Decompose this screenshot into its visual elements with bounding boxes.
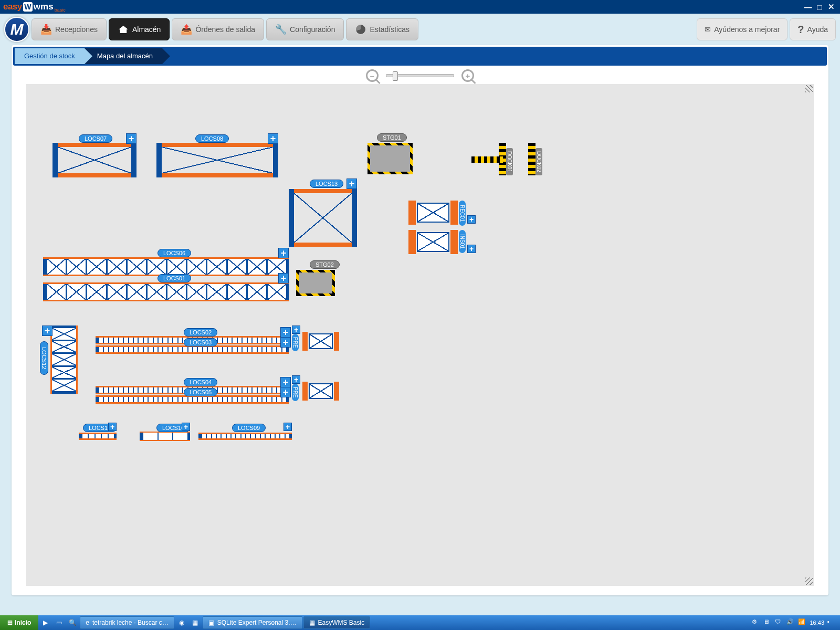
wrench-icon [275,24,287,35]
tab-ordenes-salida[interactable]: Órdenes de salida [172,18,264,40]
expand-button-locs13[interactable]: + [346,178,357,189]
tab-stats-label: Estadísticas [370,25,409,34]
expand-button-locs11[interactable]: + [108,423,117,431]
zone-label-locs08: LOCS08 [195,134,229,143]
window-minimize-button[interactable]: — [802,2,814,12]
tray-icon[interactable]: 🔊 [786,618,795,627]
zone-pre1-box[interactable] [302,332,340,351]
window-close-button[interactable]: ✕ [825,2,837,12]
zoom-slider-thumb[interactable] [393,71,398,81]
zone-label-locs01: LOCS01 [158,274,191,282]
zoom-in-button[interactable]: + [461,69,474,82]
improve-button[interactable]: ✉Ayúdenos a mejorar [697,18,788,40]
tab-almacen-label: Almacén [132,25,161,34]
start-button[interactable]: ⊞Inicio [0,615,38,630]
staging-stg01[interactable] [368,143,413,174]
zone-label-stg02: STG02 [310,260,340,269]
expand-button-locs05[interactable]: + [280,387,291,397]
expand-button-locs03[interactable]: + [280,337,291,348]
taskbar-folder-icon[interactable]: ▦ [189,616,202,629]
zone-label-pre1: PRE [292,334,299,351]
envelope-icon: ✉ [705,25,711,34]
breadcrumb-stock[interactable]: Gestión de stock [15,48,85,64]
expand-button-locs01[interactable]: + [278,273,289,284]
dock-area[interactable]: DOCK01 DOCK02 [471,143,540,180]
staging-stg02[interactable] [296,270,335,296]
taskbar-item-easywms[interactable]: ▦EasyWMS Basic [303,616,371,629]
tab-configuracion[interactable]: Configuración [266,18,344,40]
expand-button-pre2[interactable]: + [292,375,300,384]
zoom-slider[interactable] [386,74,454,77]
expand-button-locs04[interactable]: + [280,377,291,387]
tray-icon[interactable]: ▪ [827,618,836,627]
plus-icon: + [466,72,470,80]
zone-label-locs09: LOCS09 [232,424,266,432]
tab-estadisticas[interactable]: Estadísticas [346,18,418,40]
tab-recepciones[interactable]: Recepciones [32,18,107,40]
expand-button-locs08[interactable]: + [268,133,278,144]
tab-almacen[interactable]: Almacén [109,18,170,40]
question-icon: ? [797,24,804,36]
app-logo-icon: M [4,17,29,42]
rack-locs11[interactable] [79,433,117,440]
quick-launch-search-icon[interactable]: 🔍 [66,616,79,629]
tray-network-icon[interactable]: 📶 [798,618,806,627]
logo-w-icon: W [23,2,33,12]
help-label: Ayuda [807,25,828,34]
zone-rec01[interactable] [408,201,466,225]
zoom-out-button[interactable]: – [366,69,379,82]
dock-label-01: DOCK01 [506,148,513,175]
taskbar-chrome-icon[interactable]: ◉ [175,616,188,629]
tray-clock: 16:43 [810,620,824,626]
tray-icon[interactable]: 🛡 [775,618,783,627]
content-panel: Gestión de stock Mapa del almacén – + LO… [12,45,828,595]
rack-locs12[interactable] [50,326,78,394]
expand-button-locs02[interactable]: + [280,327,291,338]
rack-locs05[interactable] [96,395,289,404]
rack-locs07[interactable] [52,143,136,177]
rack-locs10[interactable] [140,432,190,441]
quick-launch-media-icon[interactable]: ▶ [39,616,51,629]
zone-label-ins01: INS01 [459,230,466,253]
zone-ins01[interactable] [408,230,466,254]
zone-label-locs04: LOCS04 [184,378,217,386]
tab-recepciones-label: Recepciones [55,25,98,34]
expand-button-locs09[interactable]: + [284,423,292,431]
breadcrumb-mapa[interactable]: Mapa del almacén [85,48,162,64]
expand-button-pre1[interactable]: + [292,326,300,334]
taskbar-item-browser[interactable]: etetrabrik leche - Buscar c… [80,616,174,629]
zone-pre2-box[interactable] [302,382,340,401]
zone-label-locs07: LOCS07 [79,134,112,143]
taskbar-item-sqlite[interactable]: ▣SQLite Expert Personal 3.… [203,616,302,629]
rack-locs01[interactable] [43,282,289,301]
expand-button-locs12[interactable]: + [42,326,52,336]
zone-label-locs05: LOCS05 [184,388,217,396]
tray-icon[interactable]: ⚙ [752,618,760,627]
pie-chart-icon [355,24,366,35]
rack-locs13[interactable] [289,189,357,247]
help-button[interactable]: ?Ayuda [790,18,836,40]
main-toolbar: M Recepciones Almacén Órdenes de salida … [0,14,840,45]
expand-button-ins01[interactable]: + [467,245,476,253]
zone-label-pre2: PRE [292,384,299,401]
improve-label: Ayúdenos a mejorar [714,25,780,34]
warehouse-map-canvas[interactable]: LOCS07 + LOCS08 + STG01 DOCK01 DOCK02 LO… [26,84,814,586]
resize-handle-icon[interactable] [805,578,813,585]
expand-button-locs07[interactable]: + [126,133,136,144]
system-tray[interactable]: ⚙ 🖥 🛡 🔊 📶 16:43 ▪ [748,618,840,627]
rack-locs08[interactable] [156,143,278,177]
zone-label-locs12: LOCS12 [40,341,48,375]
expand-button-rec01[interactable]: + [467,215,476,224]
window-maximize-button[interactable]: □ [814,2,825,12]
rack-locs06[interactable] [43,257,289,276]
tab-config-label: Configuración [290,25,335,34]
logo-sub: basic [55,7,66,14]
quick-launch-desktop-icon[interactable]: ▭ [52,616,65,629]
expand-button-locs10[interactable]: + [182,423,190,431]
rack-locs09[interactable] [198,433,292,440]
rack-locs03[interactable] [96,345,289,354]
expand-button-locs06[interactable]: + [278,248,289,258]
resize-handle-icon[interactable] [805,85,813,92]
tray-icon[interactable]: 🖥 [763,618,772,627]
outbox-icon [181,24,192,35]
